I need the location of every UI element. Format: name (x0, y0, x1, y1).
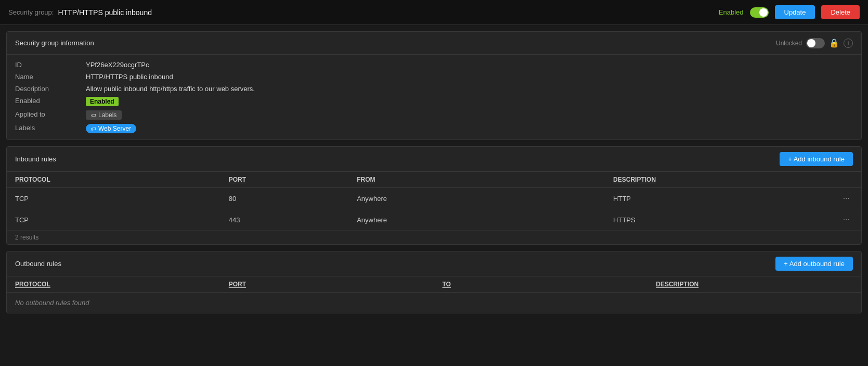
enabled-field-label: Enabled (15, 97, 77, 105)
applied-to-badge-text: Labels (98, 111, 116, 119)
inbound-row-from: Anywhere (348, 188, 605, 209)
inbound-table-header-row: PROTOCOL PORT FROM DESCRIPTION (7, 172, 861, 188)
outbound-rules-table: PROTOCOL PORT TO DESCRIPTION No outbound… (7, 276, 861, 313)
toggle-thumb (759, 8, 768, 17)
label-tag-icon: 🏷 (91, 126, 96, 132)
outbound-col-to: TO (434, 276, 648, 293)
unlocked-toggle-thumb (807, 39, 815, 47)
security-info-panel: Security group information Unlocked 🔒 i … (6, 31, 862, 140)
enabled-toggle[interactable] (750, 7, 769, 18)
unlocked-toggle[interactable] (806, 38, 825, 48)
inbound-row-menu-button[interactable]: ··· (840, 214, 853, 225)
top-bar-left: Security group: HTTP/HTTPS public inboun… (8, 8, 152, 17)
add-outbound-rule-button[interactable]: + Add outbound rule (775, 257, 853, 271)
inbound-col-from: FROM (348, 172, 605, 188)
security-group-label: Security group: (8, 8, 54, 16)
applied-to-label: Applied to (15, 110, 77, 118)
inbound-results-count: 2 results (7, 230, 861, 244)
tag-icon: 🏷 (91, 112, 96, 118)
main-content: Security group information Unlocked 🔒 i … (0, 25, 868, 320)
delete-button[interactable]: Delete (821, 5, 860, 19)
inbound-row-menu-button[interactable]: ··· (840, 193, 853, 204)
outbound-rules-title: Outbound rules (15, 260, 61, 268)
security-info-title: Security group information (15, 39, 94, 47)
add-inbound-rule-button[interactable]: + Add inbound rule (780, 152, 853, 166)
inbound-table-row: TCP 80 Anywhere HTTP ··· (7, 188, 861, 209)
inbound-rules-panel: Inbound rules + Add inbound rule PROTOCO… (6, 146, 862, 245)
description-label: Description (15, 85, 77, 93)
security-info-header-right: Unlocked 🔒 i (776, 38, 853, 48)
outbound-rules-header: Outbound rules + Add outbound rule (7, 251, 861, 276)
inbound-table-row: TCP 443 Anywhere HTTPS ··· (7, 209, 861, 231)
enabled-row: Enabled Enabled (15, 97, 853, 106)
labels-badge: 🏷 Web Server (86, 124, 136, 133)
id-value: YPf26eX229ocgrTPc (86, 61, 149, 69)
id-row: ID YPf26eX229ocgrTPc (15, 61, 853, 69)
id-label: ID (15, 61, 77, 69)
name-value: HTTP/HTTPS public inbound (86, 73, 173, 81)
inbound-col-actions (819, 172, 861, 188)
inbound-col-protocol: PROTOCOL (7, 172, 221, 188)
inbound-col-port: PORT (221, 172, 348, 188)
no-outbound-rules-row: No outbound rules found (7, 293, 861, 313)
top-bar-right: Enabled Update Delete (719, 5, 860, 19)
enabled-status-label: Enabled (719, 8, 744, 16)
applied-to-row: Applied to 🏷 Labels (15, 110, 853, 120)
top-bar: Security group: HTTP/HTTPS public inboun… (0, 0, 868, 25)
name-label: Name (15, 73, 77, 81)
inbound-row-port: 443 (221, 209, 348, 231)
security-group-title: HTTP/HTTPS public inbound (58, 8, 152, 17)
inbound-row-protocol: TCP (7, 188, 221, 209)
inbound-row-from: Anywhere (348, 209, 605, 231)
inbound-row-protocol: TCP (7, 209, 221, 231)
labels-badge-text: Web Server (98, 125, 131, 132)
security-info-header: Security group information Unlocked 🔒 i (7, 32, 861, 55)
unlocked-label: Unlocked (776, 40, 802, 47)
outbound-col-port: PORT (221, 276, 434, 293)
inbound-row-description: HTTPS (605, 209, 819, 231)
inbound-rules-table: PROTOCOL PORT FROM DESCRIPTION TCP 80 An… (7, 172, 861, 230)
no-outbound-rules-message: No outbound rules found (7, 293, 861, 313)
outbound-col-description: DESCRIPTION (647, 276, 861, 293)
inbound-col-description: DESCRIPTION (605, 172, 819, 188)
inbound-row-actions: ··· (819, 188, 861, 209)
inbound-row-description: HTTP (605, 188, 819, 209)
inbound-rules-header: Inbound rules + Add inbound rule (7, 147, 861, 172)
update-button[interactable]: Update (775, 5, 815, 19)
security-info-table: ID YPf26eX229ocgrTPc Name HTTP/HTTPS pub… (7, 55, 861, 140)
applied-to-badge: 🏷 Labels (86, 110, 122, 120)
labels-row: Labels 🏷 Web Server (15, 124, 853, 133)
outbound-rules-panel: Outbound rules + Add outbound rule PROTO… (6, 251, 862, 313)
description-value: Allow public inbound http/https traffic … (86, 85, 255, 93)
inbound-row-port: 80 (221, 188, 348, 209)
outbound-col-protocol: PROTOCOL (7, 276, 221, 293)
outbound-table-header-row: PROTOCOL PORT TO DESCRIPTION (7, 276, 861, 293)
lock-icon: 🔒 (829, 38, 839, 48)
description-row: Description Allow public inbound http/ht… (15, 85, 853, 93)
enabled-badge: Enabled (86, 97, 119, 106)
inbound-rules-title: Inbound rules (15, 155, 56, 163)
name-row: Name HTTP/HTTPS public inbound (15, 73, 853, 81)
info-icon[interactable]: i (844, 39, 853, 48)
inbound-row-actions: ··· (819, 209, 861, 231)
labels-field-label: Labels (15, 124, 77, 132)
